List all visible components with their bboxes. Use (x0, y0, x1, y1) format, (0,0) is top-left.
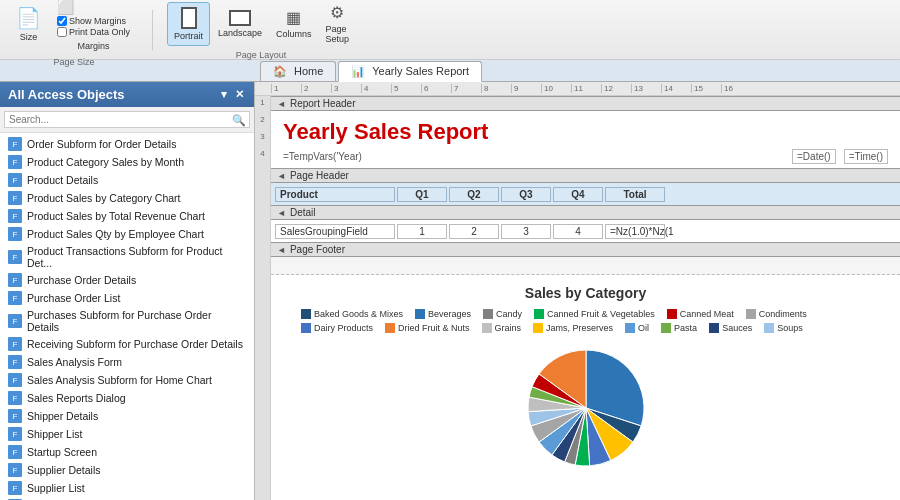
form-icon: F (8, 427, 22, 441)
legend-color-pasta (661, 323, 671, 333)
report-header-label: ◄ Report Header (271, 96, 900, 111)
sidebar-list: F Order Subform for Order Details F Prod… (0, 133, 254, 500)
page-setup-button[interactable]: ⚙ PageSetup (320, 0, 356, 48)
page-footer-section (271, 257, 900, 275)
legend-color-grains (482, 323, 492, 333)
form-icon: F (8, 409, 22, 423)
page-header-label: ◄ Page Header (271, 168, 900, 183)
detail-arrow: ◄ (277, 208, 286, 218)
margins-button[interactable]: ⬜ Show Margins Print Data Only Margins (49, 0, 138, 55)
report-view: 1 2 3 4 ◄ Report Header Yearly Sales Rep… (255, 96, 900, 500)
list-item[interactable]: F Product Sales by Total Revenue Chart (0, 207, 254, 225)
grouping-field: SalesGroupingField (275, 224, 395, 239)
separator-1 (152, 10, 153, 50)
columns-icon: ▦ (286, 8, 301, 27)
size-icon: 📄 (16, 6, 41, 30)
legend-item: Oil (625, 323, 649, 333)
report-header-section: Yearly Sales Report =TempVars('Year) =Da… (271, 111, 900, 168)
tab-yearly-sales[interactable]: 📊 Yearly Sales Report (338, 61, 482, 82)
legend-color-baked (301, 309, 311, 319)
q4-field: 4 (553, 224, 603, 239)
sidebar-close-icon[interactable]: ✕ (233, 87, 246, 102)
q3-column-header: Q3 (501, 187, 551, 202)
page-footer-label: ◄ Page Footer (271, 242, 900, 257)
list-item[interactable]: F Product Details (0, 171, 254, 189)
tab-home[interactable]: 🏠 Home (260, 61, 336, 81)
list-item[interactable]: F Purchases Subform for Purchase Order D… (0, 307, 254, 335)
sidebar: All Access Objects ▾ ✕ 🔍 F Order Subform… (0, 82, 255, 500)
legend-item: Condiments (746, 309, 807, 319)
list-item[interactable]: F Purchase Order Details (0, 271, 254, 289)
landscape-button[interactable]: Landscape (212, 6, 268, 42)
form-icon: F (8, 173, 22, 187)
list-item[interactable]: F Product Sales Qty by Employee Chart (0, 225, 254, 243)
sidebar-header: All Access Objects ▾ ✕ (0, 82, 254, 107)
list-item[interactable]: F Supplier List (0, 479, 254, 497)
legend-color-jams (533, 323, 543, 333)
list-item[interactable]: F Purchase Order List (0, 289, 254, 307)
content-area: 1 2 3 4 5 6 7 8 9 10 11 12 13 14 15 16 1 (255, 82, 900, 500)
columns-button[interactable]: ▦ Columns (270, 4, 318, 43)
form-icon: F (8, 355, 22, 369)
report-left-bar: 1 2 3 4 (255, 96, 271, 500)
list-item[interactable]: F Sales Analysis Form (0, 353, 254, 371)
legend-color-dried-fruit (385, 323, 395, 333)
list-item[interactable]: F Product Transactions Subform for Produ… (0, 243, 254, 271)
list-item[interactable]: F Order Subform for Order Details (0, 135, 254, 153)
toolbar: 📄 Size ⬜ Show Margins Print Data Only (0, 0, 900, 60)
list-item[interactable]: F Sales Reports Dialog (0, 389, 254, 407)
form-icon: F (8, 481, 22, 495)
legend-item: Baked Goods & Mixes (301, 309, 403, 319)
form-icon: F (8, 227, 22, 241)
margins-icon: ⬜ (57, 0, 74, 15)
list-item[interactable]: F Shipper List (0, 425, 254, 443)
chart-container: Sales by Category Baked Goods & Mixes Be… (271, 275, 900, 483)
list-item[interactable]: F Product Sales by Category Chart (0, 189, 254, 207)
show-margins-checkbox[interactable] (57, 16, 67, 26)
form-icon: F (8, 137, 22, 151)
form-icon: F (8, 445, 22, 459)
sidebar-menu-icon[interactable]: ▾ (219, 87, 229, 102)
list-item[interactable]: F Supplier Details (0, 461, 254, 479)
list-item[interactable]: F Startup Screen (0, 443, 254, 461)
page-layout-label: Page Layout (236, 50, 287, 60)
page-layout-section: Portrait Landscape ▦ Columns ⚙ PageSetup… (167, 0, 355, 60)
chart-title: Sales by Category (281, 285, 890, 301)
q3-field: 3 (501, 224, 551, 239)
page-setup-icon: ⚙ (330, 3, 344, 22)
legend-color-oil (625, 323, 635, 333)
list-item[interactable]: F Receiving Subform for Purchase Order D… (0, 335, 254, 353)
page-layout-buttons: Portrait Landscape ▦ Columns ⚙ PageSetup (167, 0, 355, 48)
q1-column-header: Q1 (397, 187, 447, 202)
page-header-arrow: ◄ (277, 171, 286, 181)
form-icon: F (8, 314, 22, 328)
form-icon: F (8, 373, 22, 387)
show-margins-row: Show Margins (57, 16, 130, 26)
legend-color-candy (483, 309, 493, 319)
form-icon: F (8, 463, 22, 477)
legend-item: Sauces (709, 323, 752, 333)
form-icon: F (8, 391, 22, 405)
list-item[interactable]: F Sales Analysis Subform for Home Chart (0, 371, 254, 389)
date-field: =Date() (792, 149, 836, 164)
home-tab-icon: 🏠 (273, 65, 287, 77)
sidebar-header-icons: ▾ ✕ (219, 87, 246, 102)
legend-color-soups (764, 323, 774, 333)
print-data-only-checkbox[interactable] (57, 27, 67, 37)
legend-item: Dairy Products (301, 323, 373, 333)
sidebar-search-input[interactable] (4, 111, 250, 128)
size-button[interactable]: 📄 Size (10, 2, 47, 46)
page-size-buttons: 📄 Size ⬜ Show Margins Print Data Only (10, 0, 138, 55)
portrait-icon (181, 7, 197, 29)
legend-color-beverages (415, 309, 425, 319)
list-item[interactable]: F Product Category Sales by Month (0, 153, 254, 171)
q1-field: 1 (397, 224, 447, 239)
list-item[interactable]: F Shipper Details (0, 407, 254, 425)
form-icon: F (8, 337, 22, 351)
report-content: ◄ Report Header Yearly Sales Report =Tem… (271, 96, 900, 500)
page-header-section: Product Q1 Q2 Q3 Q4 Total (271, 183, 900, 205)
portrait-button[interactable]: Portrait (167, 2, 210, 46)
total-column-header: Total (605, 187, 665, 202)
form-icon: F (8, 191, 22, 205)
detail-section: SalesGroupingField 1 2 3 4 =Nz(1.0)*Nz(1 (271, 220, 900, 242)
